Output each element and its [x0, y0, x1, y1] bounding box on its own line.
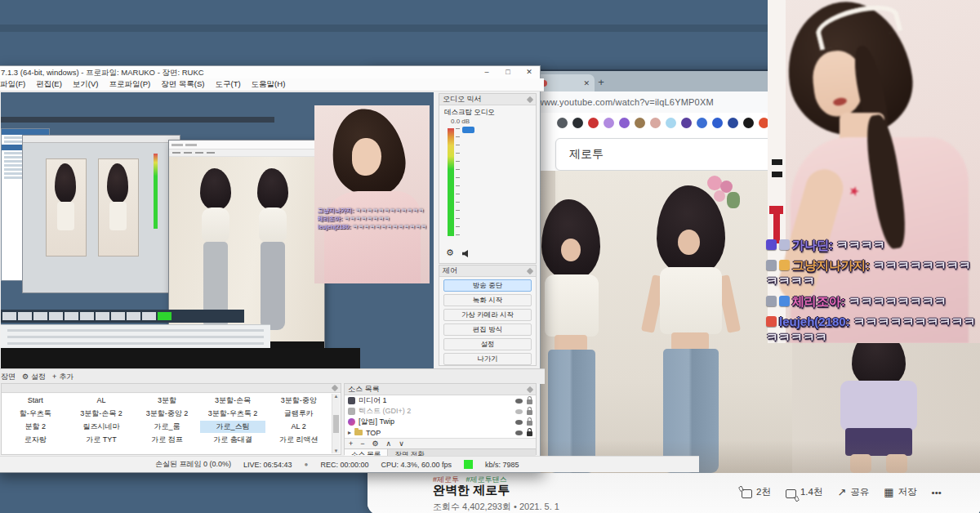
scene-item[interactable]: 3분할-손목 2 [69, 408, 135, 420]
close-button[interactable]: ✕ [519, 66, 540, 78]
menu-help[interactable]: 도움말(H) [252, 79, 286, 90]
bookmark-favicon[interactable] [635, 118, 645, 128]
remove-source-button[interactable]: − [360, 439, 364, 448]
move-source-down[interactable]: ∨ [399, 439, 404, 448]
scene-item[interactable]: 3분할-손목 [200, 395, 266, 407]
share-button[interactable]: ↗ 공유 [837, 486, 869, 498]
scene-item[interactable]: 할-우츠톡 [2, 408, 69, 420]
move-source-up[interactable]: ∧ [386, 439, 392, 448]
menu-edit[interactable]: 편집(E) [36, 79, 62, 90]
scene-item[interactable]: 분할 2 [2, 421, 69, 433]
source-dock-header: 소스 목록 [348, 384, 380, 395]
bookmark-favicon[interactable] [588, 118, 599, 128]
lock-icon[interactable] [527, 410, 532, 415]
lock-icon[interactable] [527, 421, 532, 426]
scene-item[interactable]: 가로 TYT [69, 434, 135, 446]
exit-button[interactable]: 나가기 [443, 353, 532, 365]
scene-item[interactable]: 3분할-우츠톡 2 [200, 408, 266, 420]
scroll-up-icon[interactable]: ▲ [334, 394, 339, 399]
bookmark-favicon[interactable] [743, 118, 754, 128]
start-recording-button[interactable]: 녹화 시작 [443, 294, 532, 306]
bookmark-favicon[interactable] [650, 118, 661, 128]
stream-health-indicator [464, 460, 473, 469]
bookmark-favicon[interactable] [604, 118, 614, 128]
scroll-thumb[interactable] [333, 415, 339, 433]
minimize-button[interactable]: – [476, 66, 497, 78]
maximize-button[interactable]: □ [497, 66, 519, 78]
menu-view[interactable]: 보기(V) [73, 79, 99, 90]
scene-item[interactable]: 가로 춤대결 [200, 434, 266, 446]
scene-item[interactable]: AL 2 [265, 422, 332, 431]
menu-profile[interactable]: 프로파일(P) [109, 79, 150, 90]
visibility-eye-icon[interactable] [515, 420, 523, 425]
visibility-eye-icon[interactable] [515, 399, 523, 404]
bitrate: kb/s: 7985 [485, 461, 519, 469]
expander-icon[interactable]: ▸ [348, 429, 351, 436]
menu-tools[interactable]: 도구(T) [215, 79, 240, 90]
volume-slider[interactable] [462, 127, 474, 133]
obs-status-bar: 손실된 프레임 0 (0.0%) LIVE: 06:54:43 ● REC: 0… [0, 456, 699, 472]
like-button[interactable]: 2천 [742, 486, 771, 498]
scene-item[interactable]: Start [2, 395, 69, 405]
visibility-eye-icon[interactable] [515, 430, 523, 435]
bookmark-favicon[interactable] [557, 118, 568, 128]
captured-chat-copy: 그냥지나가지: ㅋㅋㅋㅋㅋㅋㅋㅋㅋㅋㅋㅋ 체리조아: ㅋㅋㅋㅋㅋㅋㅋㅋ leuj… [318, 207, 427, 231]
plus-icon: + [52, 372, 56, 381]
virtual-camera-button[interactable]: 가상 카메라 시작 [443, 309, 532, 321]
scene-item[interactable]: 로자랑 [2, 434, 69, 446]
bookmark-favicon[interactable] [697, 118, 707, 128]
scene-item[interactable]: 글램루카 [265, 408, 332, 420]
more-button[interactable]: ••• [932, 488, 942, 497]
pin-icon[interactable] [527, 386, 533, 392]
scene-item[interactable]: 3분할-중앙 [265, 395, 332, 407]
bookmark-favicon[interactable] [666, 118, 676, 128]
lock-icon-locked[interactable] [527, 431, 532, 436]
pin-icon[interactable] [527, 267, 533, 274]
scene-item[interactable]: 가로_룸 [134, 421, 200, 433]
obs-preview[interactable]: ◄ ▶ 41 ··· 그냥지나가지: ㅋㅋㅋㅋㅋㅋㅋㅋㅋㅋㅋㅋ 체리조아: ㅋㅋ… [1, 92, 434, 368]
studio-mode-button[interactable]: 편집 방식 [443, 323, 532, 336]
scene-item[interactable]: 3분할-중앙 2 [134, 408, 200, 420]
scene-item[interactable]: 가로 점프 [134, 434, 200, 446]
pin-icon[interactable] [332, 385, 338, 391]
new-tab-button[interactable]: + [595, 76, 608, 89]
source-row-alert[interactable]: [알림] Twip [345, 417, 536, 427]
settings-button[interactable]: 설정 [443, 338, 532, 350]
bookmark-favicon[interactable] [681, 118, 692, 128]
pin-icon[interactable] [527, 96, 533, 102]
obs-title-bar[interactable]: 7.1.3 (64-bit, windows) - 프로파일: MARUKO -… [0, 66, 540, 78]
dislike-button[interactable]: 1.4천 [786, 486, 823, 498]
save-button[interactable]: ▦ 저장 [884, 486, 916, 498]
menu-scene-collection[interactable]: 장면 목록(S) [161, 79, 204, 90]
scene-add-button[interactable]: + 추가 [52, 372, 74, 382]
obs-window: 7.1.3 (64-bit, windows) - 프로파일: MARUKO -… [0, 65, 541, 473]
media-source-icon [348, 397, 355, 404]
visibility-eye-icon[interactable] [515, 409, 523, 414]
tab-close-icon[interactable]: ✕ [583, 79, 590, 87]
bookmark-favicon[interactable] [572, 118, 583, 128]
source-row-media[interactable]: 미디어 1 [345, 395, 536, 406]
url-text[interactable]: www.youtube.com/watch?v=ilqL6YMP0XM [537, 97, 714, 107]
scene-scrollbar[interactable]: ▲ ▼ [332, 394, 340, 453]
source-row-group[interactable]: ▸ TOP [345, 427, 536, 438]
add-source-button[interactable]: + [349, 439, 353, 448]
stop-streaming-button[interactable]: 방송 중단 [443, 279, 532, 292]
scene-item[interactable]: AL [69, 395, 135, 405]
bookmark-favicon[interactable] [712, 118, 723, 128]
gear-icon: ⚙ [22, 372, 29, 381]
speaker-icon[interactable] [462, 250, 468, 257]
scene-settings-button[interactable]: ⚙ 설정 [22, 372, 46, 382]
scroll-down-icon[interactable]: ▼ [334, 448, 339, 453]
browser-tab[interactable]: ✕ [536, 74, 595, 91]
scene-item-selected[interactable]: 가로_스팀 [200, 421, 266, 433]
lock-icon[interactable] [527, 399, 532, 404]
scene-item[interactable]: 릴즈시네마 [69, 421, 135, 433]
mixer-gear-icon[interactable]: ⚙ [446, 248, 454, 258]
source-properties-gear[interactable]: ⚙ [372, 439, 379, 448]
bookmark-favicon[interactable] [728, 118, 738, 128]
bookmark-favicon[interactable] [619, 118, 630, 128]
scene-item[interactable]: 가로 리액션 [265, 434, 332, 446]
source-row-text[interactable]: 텍스트 (GDI+) 2 [345, 406, 536, 417]
menu-file[interactable]: 파일(F) [0, 79, 25, 90]
scene-item[interactable]: 3분할 [134, 395, 200, 407]
